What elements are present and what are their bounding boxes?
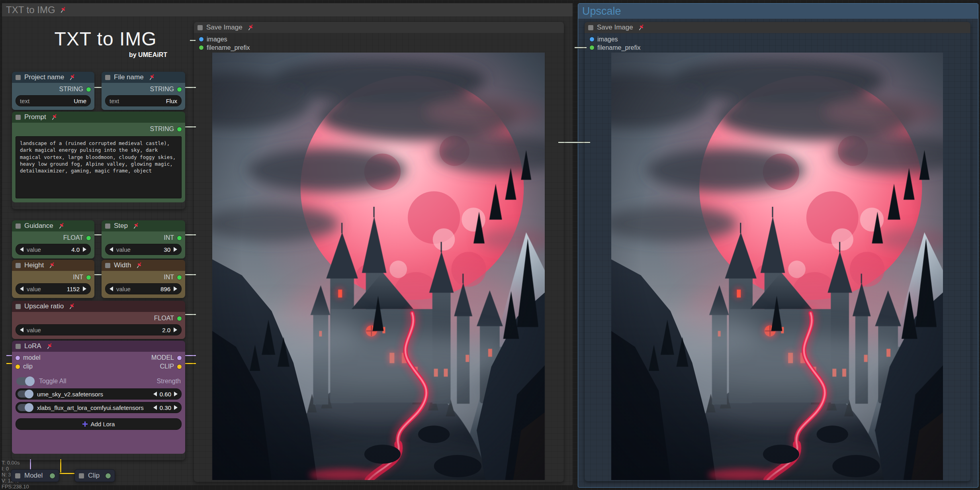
int-output-port[interactable] bbox=[86, 275, 91, 280]
upscaled-image-preview bbox=[611, 53, 943, 480]
node-model-collapsed[interactable]: Model bbox=[11, 469, 59, 482]
pushpin-icon bbox=[59, 6, 67, 14]
clip-input-port[interactable] bbox=[16, 365, 20, 369]
images-input-port[interactable] bbox=[590, 37, 594, 41]
node-upscale-ratio[interactable]: Upscale ratio FLOAT value 2.0 bbox=[12, 301, 185, 339]
images-input-port[interactable] bbox=[199, 37, 203, 41]
float-output-port[interactable] bbox=[177, 316, 182, 321]
node-file-name[interactable]: File name STRING text Flux bbox=[102, 72, 185, 110]
filename-prefix-input-port[interactable] bbox=[590, 45, 594, 50]
pushpin-icon bbox=[45, 342, 54, 351]
clip-output-port[interactable] bbox=[177, 365, 182, 369]
collapse-icon[interactable] bbox=[16, 223, 21, 229]
node-prompt[interactable]: Prompt STRING landscape of a (ruined cor… bbox=[12, 112, 185, 209]
collapse-icon[interactable] bbox=[105, 263, 110, 268]
node-header[interactable]: Height bbox=[12, 260, 94, 271]
stepper-increment-icon[interactable] bbox=[174, 327, 177, 332]
text-widget[interactable]: text Flux bbox=[105, 95, 182, 106]
number-widget[interactable]: value 1152 bbox=[16, 283, 91, 294]
stepper-increment-icon[interactable] bbox=[83, 247, 86, 252]
stepper-decrement-icon[interactable] bbox=[153, 405, 157, 410]
node-save-image-2[interactable]: Save Image images filename_prefix bbox=[585, 22, 970, 481]
collapse-icon[interactable] bbox=[16, 344, 21, 349]
stepper-decrement-icon[interactable] bbox=[20, 286, 23, 291]
string-output-port[interactable] bbox=[86, 87, 91, 92]
node-header[interactable]: Guidance bbox=[12, 220, 94, 231]
node-header[interactable]: LoRA bbox=[12, 341, 185, 352]
model-output-port[interactable] bbox=[50, 473, 55, 478]
stepper-decrement-icon[interactable] bbox=[153, 392, 157, 396]
group-txt2img-header[interactable]: TXT to IMG bbox=[2, 3, 573, 16]
node-height[interactable]: Height INT value 1152 bbox=[12, 260, 94, 298]
link-clip-vertical bbox=[60, 459, 62, 474]
group-title: Upscale bbox=[582, 5, 621, 18]
collapse-icon[interactable] bbox=[16, 115, 21, 120]
lora-toggle-switch[interactable] bbox=[18, 404, 33, 411]
node-header[interactable]: File name bbox=[102, 72, 185, 83]
node-width[interactable]: Width INT value 896 bbox=[102, 260, 185, 298]
stepper-increment-icon[interactable] bbox=[174, 405, 178, 410]
int-output-port[interactable] bbox=[177, 236, 182, 240]
collapse-icon[interactable] bbox=[16, 304, 21, 309]
node-header[interactable]: Prompt bbox=[12, 112, 185, 123]
clip-output-port[interactable] bbox=[106, 473, 111, 478]
collapse-icon[interactable] bbox=[105, 75, 110, 80]
node-header[interactable]: Project name bbox=[12, 72, 94, 83]
node-step[interactable]: Step INT value 30 bbox=[102, 220, 185, 259]
output-label: FLOAT bbox=[154, 315, 174, 322]
node-header[interactable]: Width bbox=[102, 260, 185, 271]
node-lora[interactable]: LoRA model MODEL clip CLIP Toggle All bbox=[12, 341, 185, 460]
stepper-increment-icon[interactable] bbox=[83, 286, 86, 291]
node-header[interactable]: Save Image bbox=[194, 22, 564, 33]
stepper-increment-icon[interactable] bbox=[174, 247, 177, 252]
node-header[interactable]: Save Image bbox=[585, 22, 970, 33]
toggle-all-switch[interactable] bbox=[16, 377, 35, 385]
workflow-title: TXT to IMG by UMEAiRT bbox=[40, 28, 171, 59]
model-input-port[interactable] bbox=[16, 356, 20, 360]
collapse-icon[interactable] bbox=[15, 473, 20, 478]
text-widget[interactable]: text Ume bbox=[16, 95, 91, 106]
pushpin-icon bbox=[57, 221, 66, 230]
model-output-port[interactable] bbox=[177, 356, 182, 360]
number-widget[interactable]: value 30 bbox=[105, 244, 182, 255]
stepper-decrement-icon[interactable] bbox=[20, 327, 23, 332]
float-output-port[interactable] bbox=[86, 236, 91, 240]
string-output-port[interactable] bbox=[177, 87, 182, 92]
pushpin-icon bbox=[147, 73, 156, 82]
node-header[interactable]: Step bbox=[102, 220, 185, 231]
stepper-decrement-icon[interactable] bbox=[110, 286, 113, 291]
stepper-increment-icon[interactable] bbox=[174, 286, 177, 291]
node-save-image-1[interactable]: Save Image images filename_prefix bbox=[194, 22, 564, 482]
node-guidance[interactable]: Guidance FLOAT value 4.0 bbox=[12, 220, 94, 259]
group-upscale-header[interactable]: Upscale bbox=[578, 4, 978, 19]
add-lora-button[interactable]: Add Lora bbox=[16, 418, 182, 430]
pushpin-icon bbox=[637, 23, 646, 32]
number-widget[interactable]: value 2.0 bbox=[16, 324, 182, 335]
stepper-decrement-icon[interactable] bbox=[20, 247, 23, 252]
output-label: INT bbox=[164, 234, 174, 241]
node-header[interactable]: Upscale ratio bbox=[12, 301, 185, 312]
node-canvas[interactable]: T: 0.00sI: 0 N: 30V: 1248 FPS:238.10 TXT… bbox=[0, 0, 980, 490]
pushpin-icon bbox=[47, 261, 56, 270]
collapse-icon[interactable] bbox=[105, 223, 110, 229]
collapse-icon[interactable] bbox=[16, 75, 21, 80]
generated-image-preview bbox=[212, 53, 545, 480]
string-output-port[interactable] bbox=[177, 127, 182, 131]
lora-toggle-switch[interactable] bbox=[18, 390, 33, 398]
collapse-icon[interactable] bbox=[16, 263, 21, 268]
lora-row[interactable]: ume_sky_v2.safetensors 0.60 bbox=[16, 388, 182, 400]
stepper-increment-icon[interactable] bbox=[174, 392, 178, 396]
collapse-icon[interactable] bbox=[588, 25, 593, 30]
node-project-name[interactable]: Project name STRING text Ume bbox=[12, 72, 94, 110]
collapse-icon[interactable] bbox=[79, 473, 84, 478]
int-output-port[interactable] bbox=[177, 275, 182, 280]
lora-row[interactable]: xlabs_flux_art_lora_comfyui.safetensors … bbox=[16, 402, 182, 413]
prompt-textarea[interactable]: landscape of a (ruined corrupted medieva… bbox=[16, 136, 182, 198]
number-widget[interactable]: value 896 bbox=[105, 283, 182, 294]
filename-prefix-input-port[interactable] bbox=[199, 45, 203, 50]
stepper-decrement-icon[interactable] bbox=[110, 247, 113, 252]
node-clip-collapsed[interactable]: Clip bbox=[74, 469, 115, 482]
link-clip-horizontal bbox=[60, 472, 76, 474]
collapse-icon[interactable] bbox=[198, 25, 203, 30]
number-widget[interactable]: value 4.0 bbox=[16, 244, 91, 255]
